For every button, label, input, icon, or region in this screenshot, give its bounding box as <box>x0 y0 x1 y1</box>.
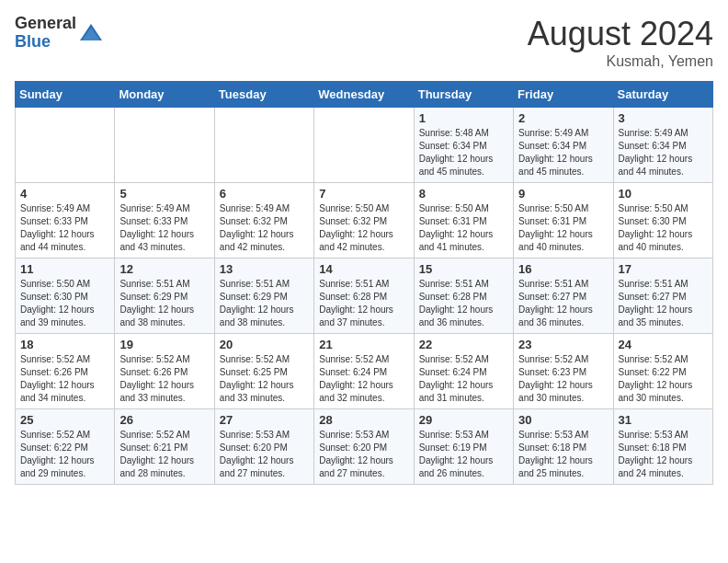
calendar-cell: 6Sunrise: 5:49 AM Sunset: 6:32 PM Daylig… <box>214 183 313 259</box>
calendar-cell: 3Sunrise: 5:49 AM Sunset: 6:34 PM Daylig… <box>613 108 712 183</box>
weekday-header-thursday: Thursday <box>414 82 513 108</box>
day-info: Sunrise: 5:52 AM Sunset: 6:22 PM Dayligh… <box>20 429 109 480</box>
calendar-cell: 22Sunrise: 5:52 AM Sunset: 6:24 PM Dayli… <box>414 334 513 409</box>
day-number: 6 <box>220 187 309 201</box>
calendar-cell: 8Sunrise: 5:50 AM Sunset: 6:31 PM Daylig… <box>414 183 513 259</box>
day-number: 30 <box>518 413 608 427</box>
location-title: Kusmah, Yemen <box>528 53 713 70</box>
day-number: 17 <box>619 262 708 276</box>
day-info: Sunrise: 5:53 AM Sunset: 6:18 PM Dayligh… <box>619 429 708 480</box>
day-number: 9 <box>518 187 608 201</box>
calendar-cell: 29Sunrise: 5:53 AM Sunset: 6:19 PM Dayli… <box>414 409 513 485</box>
day-info: Sunrise: 5:51 AM Sunset: 6:28 PM Dayligh… <box>319 278 408 329</box>
day-info: Sunrise: 5:52 AM Sunset: 6:23 PM Dayligh… <box>518 353 608 405</box>
calendar-cell: 30Sunrise: 5:53 AM Sunset: 6:18 PM Dayli… <box>514 409 613 485</box>
day-info: Sunrise: 5:53 AM Sunset: 6:18 PM Dayligh… <box>518 429 608 480</box>
logo-general-text: General <box>15 15 76 33</box>
day-number: 18 <box>20 338 109 351</box>
day-info: Sunrise: 5:53 AM Sunset: 6:20 PM Dayligh… <box>220 429 309 480</box>
day-number: 3 <box>619 111 708 125</box>
day-info: Sunrise: 5:52 AM Sunset: 6:24 PM Dayligh… <box>319 353 408 405</box>
calendar-week-row: 25Sunrise: 5:52 AM Sunset: 6:22 PM Dayli… <box>16 409 713 485</box>
calendar-cell: 9Sunrise: 5:50 AM Sunset: 6:31 PM Daylig… <box>514 183 613 259</box>
calendar-cell: 27Sunrise: 5:53 AM Sunset: 6:20 PM Dayli… <box>214 409 313 485</box>
day-info: Sunrise: 5:52 AM Sunset: 6:25 PM Dayligh… <box>220 353 309 405</box>
day-info: Sunrise: 5:49 AM Sunset: 6:34 PM Dayligh… <box>619 127 708 178</box>
calendar-cell: 13Sunrise: 5:51 AM Sunset: 6:29 PM Dayli… <box>214 259 313 334</box>
page-header: General Blue August 2024 Kusmah, Yemen <box>15 15 713 70</box>
weekday-header-row: SundayMondayTuesdayWednesdayThursdayFrid… <box>16 82 713 108</box>
day-number: 22 <box>419 338 508 351</box>
day-number: 21 <box>319 338 408 351</box>
day-info: Sunrise: 5:50 AM Sunset: 6:32 PM Dayligh… <box>319 202 408 254</box>
calendar-cell: 18Sunrise: 5:52 AM Sunset: 6:26 PM Dayli… <box>16 334 115 409</box>
calendar-cell: 25Sunrise: 5:52 AM Sunset: 6:22 PM Dayli… <box>16 409 115 485</box>
day-info: Sunrise: 5:52 AM Sunset: 6:26 PM Dayligh… <box>119 353 209 405</box>
day-info: Sunrise: 5:53 AM Sunset: 6:19 PM Dayligh… <box>419 429 508 480</box>
day-number: 13 <box>220 262 309 276</box>
weekday-header-saturday: Saturday <box>613 82 712 108</box>
day-info: Sunrise: 5:49 AM Sunset: 6:33 PM Dayligh… <box>20 202 109 254</box>
day-info: Sunrise: 5:51 AM Sunset: 6:27 PM Dayligh… <box>518 278 608 329</box>
day-info: Sunrise: 5:53 AM Sunset: 6:20 PM Dayligh… <box>319 429 408 480</box>
weekday-header-monday: Monday <box>115 82 214 108</box>
day-number: 29 <box>419 413 508 427</box>
day-info: Sunrise: 5:50 AM Sunset: 6:31 PM Dayligh… <box>518 202 608 254</box>
day-info: Sunrise: 5:48 AM Sunset: 6:34 PM Dayligh… <box>419 127 508 178</box>
day-number: 2 <box>518 111 608 125</box>
calendar-cell: 2Sunrise: 5:49 AM Sunset: 6:34 PM Daylig… <box>514 108 613 183</box>
day-info: Sunrise: 5:52 AM Sunset: 6:21 PM Dayligh… <box>119 429 209 480</box>
calendar-cell: 19Sunrise: 5:52 AM Sunset: 6:26 PM Dayli… <box>115 334 214 409</box>
calendar-week-row: 11Sunrise: 5:50 AM Sunset: 6:30 PM Dayli… <box>16 259 713 334</box>
day-number: 23 <box>518 338 608 351</box>
calendar-cell: 11Sunrise: 5:50 AM Sunset: 6:30 PM Dayli… <box>16 259 115 334</box>
day-info: Sunrise: 5:49 AM Sunset: 6:34 PM Dayligh… <box>518 127 608 178</box>
day-number: 26 <box>119 413 209 427</box>
day-number: 25 <box>20 413 109 427</box>
day-number: 11 <box>20 262 109 276</box>
day-info: Sunrise: 5:51 AM Sunset: 6:27 PM Dayligh… <box>619 278 708 329</box>
calendar-cell: 15Sunrise: 5:51 AM Sunset: 6:28 PM Dayli… <box>414 259 513 334</box>
calendar-cell: 24Sunrise: 5:52 AM Sunset: 6:22 PM Dayli… <box>613 334 712 409</box>
day-number: 7 <box>319 187 408 201</box>
day-info: Sunrise: 5:51 AM Sunset: 6:28 PM Dayligh… <box>419 278 508 329</box>
day-info: Sunrise: 5:49 AM Sunset: 6:32 PM Dayligh… <box>220 202 309 254</box>
calendar-cell: 7Sunrise: 5:50 AM Sunset: 6:32 PM Daylig… <box>314 183 414 259</box>
calendar-cell: 12Sunrise: 5:51 AM Sunset: 6:29 PM Dayli… <box>115 259 214 334</box>
day-info: Sunrise: 5:52 AM Sunset: 6:24 PM Dayligh… <box>419 353 508 405</box>
logo-icon <box>78 20 104 46</box>
day-info: Sunrise: 5:50 AM Sunset: 6:31 PM Dayligh… <box>419 202 508 254</box>
calendar-cell <box>16 108 115 183</box>
day-number: 28 <box>319 413 408 427</box>
calendar-cell: 23Sunrise: 5:52 AM Sunset: 6:23 PM Dayli… <box>514 334 613 409</box>
calendar-cell: 4Sunrise: 5:49 AM Sunset: 6:33 PM Daylig… <box>16 183 115 259</box>
day-number: 5 <box>119 187 209 201</box>
calendar-cell: 16Sunrise: 5:51 AM Sunset: 6:27 PM Dayli… <box>514 259 613 334</box>
calendar-cell <box>115 108 214 183</box>
weekday-header-tuesday: Tuesday <box>214 82 313 108</box>
day-info: Sunrise: 5:49 AM Sunset: 6:33 PM Dayligh… <box>119 202 209 254</box>
weekday-header-wednesday: Wednesday <box>314 82 414 108</box>
calendar-cell <box>314 108 414 183</box>
day-info: Sunrise: 5:51 AM Sunset: 6:29 PM Dayligh… <box>119 278 209 329</box>
calendar-cell <box>214 108 313 183</box>
calendar-week-row: 18Sunrise: 5:52 AM Sunset: 6:26 PM Dayli… <box>16 334 713 409</box>
day-info: Sunrise: 5:52 AM Sunset: 6:22 PM Dayligh… <box>619 353 708 405</box>
day-number: 4 <box>20 187 109 201</box>
day-number: 1 <box>419 111 508 125</box>
day-number: 10 <box>619 187 708 201</box>
title-block: August 2024 Kusmah, Yemen <box>528 15 713 70</box>
calendar-cell: 20Sunrise: 5:52 AM Sunset: 6:25 PM Dayli… <box>214 334 313 409</box>
calendar-table: SundayMondayTuesdayWednesdayThursdayFrid… <box>15 81 713 485</box>
calendar-cell: 14Sunrise: 5:51 AM Sunset: 6:28 PM Dayli… <box>314 259 414 334</box>
day-number: 20 <box>220 338 309 351</box>
day-info: Sunrise: 5:50 AM Sunset: 6:30 PM Dayligh… <box>619 202 708 254</box>
day-info: Sunrise: 5:52 AM Sunset: 6:26 PM Dayligh… <box>20 353 109 405</box>
day-number: 14 <box>319 262 408 276</box>
calendar-cell: 21Sunrise: 5:52 AM Sunset: 6:24 PM Dayli… <box>314 334 414 409</box>
day-number: 15 <box>419 262 508 276</box>
weekday-header-friday: Friday <box>514 82 613 108</box>
calendar-cell: 1Sunrise: 5:48 AM Sunset: 6:34 PM Daylig… <box>414 108 513 183</box>
logo: General Blue <box>15 15 104 52</box>
day-number: 19 <box>119 338 209 351</box>
